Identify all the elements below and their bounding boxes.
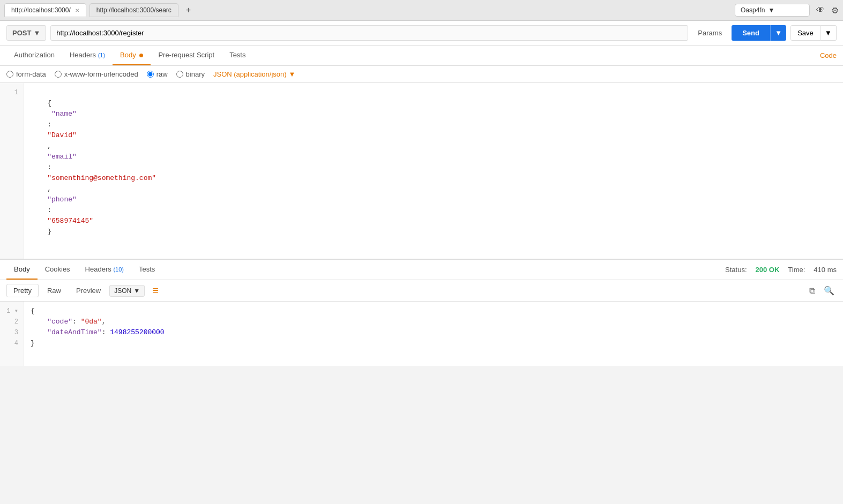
time-label: Time:: [788, 266, 805, 274]
active-tab[interactable]: http://localhost:3000/ ✕: [4, 3, 86, 17]
params-button[interactable]: Params: [692, 26, 727, 40]
body-options: form-data x-www-form-urlencoded raw bina…: [0, 66, 843, 83]
tab-tests[interactable]: Tests: [222, 46, 253, 65]
code-email-key: "email": [47, 153, 77, 161]
response-view-tabs: Pretty Raw Preview JSON ▼ ≡ ⧉ 🔍: [0, 280, 843, 302]
urlencoded-option[interactable]: x-www-form-urlencoded: [55, 70, 138, 78]
resp-tab-body[interactable]: Body: [6, 260, 38, 280]
method-chevron-icon: ▼: [33, 29, 40, 37]
code-email-value: "somenthing@something.com": [47, 174, 156, 182]
method-label: POST: [12, 29, 31, 37]
status-value: 200 OK: [756, 266, 780, 274]
response-code-content[interactable]: { "code": "0da", "dateAndTime": 14982552…: [24, 302, 843, 366]
view-tab-raw[interactable]: Raw: [41, 284, 68, 297]
status-info: Status: 200 OK Time: 410 ms: [725, 266, 837, 274]
resp-tab-tests[interactable]: Tests: [131, 260, 162, 280]
response-section: Body Cookies Headers (10) Tests Status: …: [0, 260, 843, 366]
eye-icon[interactable]: 👁: [816, 5, 825, 15]
tab-headers[interactable]: Headers (1): [62, 46, 113, 65]
save-button-group: Save ▼: [790, 25, 837, 41]
code-brace-open: {: [47, 99, 51, 107]
wrap-lines-icon[interactable]: ≡: [149, 284, 162, 297]
profile-dropdown[interactable]: Oasp4fn ▼: [735, 4, 810, 17]
editor-code-content[interactable]: { "name" : "David" , "email" : "somenthi…: [24, 83, 843, 259]
raw-radio[interactable]: [147, 71, 154, 78]
tab-authorization[interactable]: Authorization: [6, 46, 62, 65]
binary-radio[interactable]: [176, 71, 183, 78]
json-type-chevron-icon: ▼: [289, 70, 296, 78]
line-number-1: 1: [0, 87, 24, 98]
send-dropdown-button[interactable]: ▼: [770, 25, 786, 41]
code-comma-2: ,: [47, 185, 56, 193]
url-input[interactable]: [50, 25, 688, 41]
code-colon-3: :: [47, 206, 56, 214]
new-tab-button[interactable]: +: [182, 4, 195, 16]
request-tabs: Authorization Headers (1) Body Pre-reque…: [0, 46, 843, 66]
response-editor: 1 ▾ 2 3 4 { "code": "0da", "dateAndTime"…: [0, 302, 843, 366]
resp-line-4: 4: [0, 338, 24, 349]
gear-icon[interactable]: ⚙: [831, 5, 839, 16]
form-data-option[interactable]: form-data: [6, 70, 46, 78]
code-comma-1: ,: [47, 142, 56, 150]
code-colon-2: :: [47, 163, 56, 171]
code-name-key: "name": [47, 110, 77, 118]
resp-code-string-value: "0da": [81, 318, 102, 326]
resp-tab-headers[interactable]: Headers (10): [78, 260, 131, 280]
response-tabs: Body Cookies Headers (10) Tests Status: …: [0, 260, 843, 280]
code-phone-key: "phone": [47, 195, 77, 204]
method-select[interactable]: POST ▼: [6, 25, 46, 41]
request-bar: POST ▼ Params Send ▼ Save ▼: [0, 21, 843, 46]
tab-close-icon[interactable]: ✕: [75, 7, 79, 13]
raw-option[interactable]: raw: [147, 70, 168, 78]
resp-datetime-key: "dateAndTime": [47, 328, 101, 336]
editor-line-numbers: 1: [0, 83, 24, 259]
tab-label-2: http://localhost:3000/searc: [96, 6, 171, 14]
resp-tab-cookies[interactable]: Cookies: [38, 260, 78, 280]
send-button[interactable]: Send: [732, 25, 770, 41]
resp-line-2: 2: [0, 317, 24, 327]
status-label: Status:: [725, 266, 747, 274]
tab-label: http://localhost:3000/: [11, 6, 71, 14]
time-value: 410 ms: [814, 266, 837, 274]
code-colon-1: :: [47, 121, 56, 129]
response-actions: ⧉ 🔍: [807, 283, 837, 298]
resp-line-1: 1 ▾: [0, 306, 24, 317]
code-brace-close: }: [47, 228, 51, 236]
form-data-radio[interactable]: [6, 71, 13, 78]
search-icon[interactable]: 🔍: [822, 283, 837, 298]
inactive-tab[interactable]: http://localhost:3000/searc: [89, 3, 178, 17]
send-button-group: Send ▼: [732, 25, 786, 41]
browser-controls: Oasp4fn ▼ 👁 ⚙: [735, 4, 839, 17]
resp-line-3: 3: [0, 327, 24, 338]
save-dropdown-button[interactable]: ▼: [820, 25, 837, 41]
json-chevron-icon: ▼: [133, 287, 140, 295]
tab-body[interactable]: Body: [113, 46, 151, 65]
code-name-value: "David": [47, 131, 77, 139]
view-tab-pretty[interactable]: Pretty: [6, 284, 39, 297]
json-format-select[interactable]: JSON ▼: [109, 285, 145, 297]
resp-code-key: "code": [47, 318, 72, 326]
save-button[interactable]: Save: [790, 25, 820, 41]
code-phone-value: "658974145": [47, 217, 93, 225]
view-tab-preview[interactable]: Preview: [70, 284, 107, 297]
request-editor: 1 { "name" : "David" , "email" : "soment…: [0, 83, 843, 260]
profile-name: Oasp4fn: [741, 6, 765, 14]
binary-option[interactable]: binary: [176, 70, 205, 78]
tab-prerequest[interactable]: Pre-request Script: [151, 46, 222, 65]
code-link[interactable]: Code: [820, 51, 837, 59]
copy-icon[interactable]: ⧉: [807, 284, 817, 298]
json-type-selector[interactable]: JSON (application/json) ▼: [213, 70, 295, 78]
body-dot-indicator: [139, 54, 143, 57]
browser-chrome: http://localhost:3000/ ✕ http://localhos…: [0, 0, 843, 21]
urlencoded-radio[interactable]: [55, 71, 62, 78]
chevron-down-icon: ▼: [768, 6, 774, 14]
resp-datetime-value: 1498255200000: [110, 328, 164, 336]
response-line-numbers: 1 ▾ 2 3 4: [0, 302, 24, 366]
